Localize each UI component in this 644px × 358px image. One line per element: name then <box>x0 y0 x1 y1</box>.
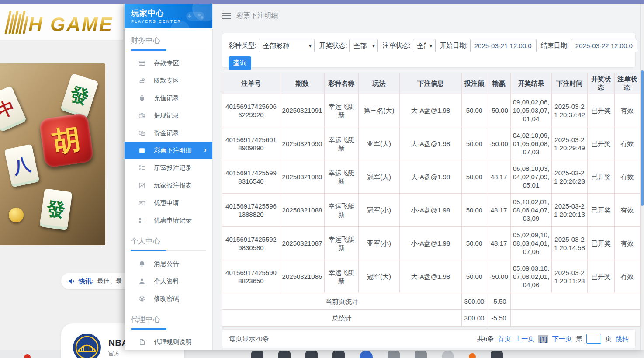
player-bet-report-icon <box>138 182 145 189</box>
sidebar-header: 玩家中心 PLAYERS CENTER <box>125 4 212 28</box>
sidebar-section-title: 代理中心 <box>131 314 212 324</box>
lottery-type-select[interactable]: 全部彩种 <box>259 39 315 52</box>
sidebar-item-promo-apply-record[interactable]: 优惠申请记录 <box>125 212 212 229</box>
cell-bet-info: 大-A盘@1.98 <box>400 160 462 194</box>
gamepad-icon <box>185 9 205 23</box>
sidebar-item-withdraw[interactable]: 取款专区 <box>125 72 212 89</box>
cell-issue: 20250321091 <box>280 94 325 127</box>
mahjong-tile: 八 <box>4 144 40 187</box>
footer-app-icon <box>415 351 427 358</box>
end-date-label: 结束日期: <box>541 42 569 50</box>
warriors-logo-icon <box>73 333 101 358</box>
page-size-text: 每页显示20条 <box>229 335 269 343</box>
sidebar-item-withdrawal-record[interactable]: 提现记录 <box>125 107 212 124</box>
cell-play-type: 冠军(大) <box>359 260 400 293</box>
ticker-label: 快讯: <box>79 277 94 285</box>
deposit-icon <box>138 59 145 67</box>
cell-play-type: 冠军(小) <box>359 194 400 227</box>
draw-status-select[interactable]: 全部 <box>349 39 378 52</box>
filter-panel: 彩种类型: 全部彩种 开奖状态: 全部 注单状态: 全部 开始日期: 结束日期: <box>222 33 636 68</box>
sidebar-item-messages[interactable]: 消息公告 <box>125 255 212 272</box>
vertical-scrollbar[interactable] <box>640 4 644 350</box>
cell-lottery-name: 幸运飞艇新 <box>325 194 359 227</box>
section-divider <box>131 250 206 251</box>
page-jump-input[interactable] <box>586 334 601 344</box>
cell-lottery-name: 幸运飞艇新 <box>325 227 359 260</box>
top-strip <box>0 0 644 4</box>
coin-decoration <box>9 208 24 222</box>
withdrawal-record-icon <box>138 112 145 119</box>
sidebar-section-title: 个人中心 <box>131 236 212 246</box>
cell-bet-id: 401569174255929830580 <box>222 227 280 260</box>
cell-win-loss: -50.00 <box>487 127 511 160</box>
next-page-link[interactable]: 下一页 <box>552 335 572 343</box>
sidebar-item-profile[interactable]: 个人资料 <box>125 272 212 290</box>
brand-logo[interactable]: H GAME <box>0 4 123 34</box>
jump-button[interactable]: 跳转 <box>616 335 629 343</box>
cell-bet-amount: 50.00 <box>462 194 487 227</box>
sidebar-item-recharge-record[interactable]: 充值记录 <box>125 89 212 107</box>
sidebar-item-agent-rules[interactable]: 代理规则说明 <box>125 333 212 350</box>
cell-draw-result: 05,10,02,01,08,06,04,07,03,09 <box>511 194 552 227</box>
summary-label: 当前页统计 <box>222 293 462 310</box>
cell-bet-time: 2025-03-21 20:26:23 <box>552 160 588 194</box>
sidebar-section: 代理中心代理规则说明代理团队统计 <box>125 314 212 350</box>
cell-play-type: 亚军(小) <box>359 227 400 260</box>
cell-bet-status: 有效 <box>615 227 640 260</box>
search-button[interactable]: 查询 <box>229 56 251 70</box>
prev-page-link[interactable]: 上一页 <box>515 335 534 343</box>
cell-issue: 20250321088 <box>280 194 325 227</box>
cell-lottery-name: 幸运飞艇新 <box>325 160 359 194</box>
bet-status-select[interactable]: 全部 <box>413 39 436 52</box>
table-row: 40156917425592983058020250321087幸运飞艇新亚军(… <box>222 227 640 260</box>
sidebar-item-lottery-bet-detail[interactable]: 彩票下注明细› <box>125 142 212 159</box>
cell-bet-status: 有效 <box>615 260 640 293</box>
col-header-win-loss: 输赢 <box>487 73 511 94</box>
sidebar-item-player-bet-report[interactable]: 玩家投注报表 <box>125 177 212 194</box>
speaker-icon <box>68 278 75 285</box>
promo-apply-icon <box>138 199 145 207</box>
current-page-indicator: [1] <box>538 335 548 343</box>
sidebar-item-hall-bet-record[interactable]: 厅室投注记录 <box>125 159 212 177</box>
cell-bet-time: 2025-03-21 20:29:49 <box>552 127 588 160</box>
sidebar-item-label: 个人资料 <box>154 277 179 285</box>
end-date-input[interactable] <box>571 39 637 52</box>
bets-table-wrap: 注单号期数彩种名称玩法下注信息投注额输赢开奖结果下注时间开奖状态注单状态4015… <box>222 73 636 327</box>
cell-draw-result: 05,02,09,10,08,03,04,01,07,06 <box>511 227 552 260</box>
sidebar-item-label: 彩票下注明细 <box>154 146 192 155</box>
cell-draw-status: 已开奖 <box>588 160 615 194</box>
scrollbar-thumb[interactable] <box>641 70 644 206</box>
cell-draw-result: 04,02,10,09,01,05,06,08,07,03 <box>511 127 552 160</box>
sidebar-section: 财务中心存款专区取款专区充值记录提现记录资金记录彩票下注明细›厅室投注记录玩家投… <box>125 35 212 229</box>
table-header-row: 注单号期数彩种名称玩法下注信息投注额输赢开奖结果下注时间开奖状态注单状态 <box>222 73 640 94</box>
profile-icon <box>138 278 145 285</box>
summary-bet-total: 300.00 <box>462 293 487 310</box>
sidebar-item-label: 优惠申请 <box>154 199 179 207</box>
sidebar-item-funds-record[interactable]: 资金记录 <box>125 124 212 142</box>
summary-winloss-total: -5.50 <box>487 310 511 327</box>
funds-record-icon <box>138 129 145 137</box>
sidebar-item-promo-apply[interactable]: 优惠申请 <box>125 194 212 212</box>
first-page-link[interactable]: 首页 <box>498 335 511 343</box>
ticker-text: 最佳、最 <box>97 277 122 285</box>
sidebar-item-change-password[interactable]: 修改密码 <box>125 290 212 307</box>
table-row: 40156917425601890989020250321090幸运飞艇新亚军(… <box>222 127 640 160</box>
start-date-input[interactable] <box>470 39 537 52</box>
footer-app-icon <box>332 351 345 358</box>
footer-app-icons <box>251 351 503 358</box>
hamburger-menu-icon[interactable] <box>222 13 231 19</box>
cell-draw-status: 已开奖 <box>588 194 615 227</box>
recharge-record-icon <box>138 94 145 102</box>
sidebar-item-label: 优惠申请记录 <box>154 216 192 225</box>
cell-win-loss: -50.00 <box>487 260 511 293</box>
mahjong-tile: 發 <box>60 73 99 118</box>
sidebar-item-deposit[interactable]: 存款专区 <box>125 54 212 72</box>
agent-rules-icon <box>138 338 145 346</box>
footer-app-icon <box>388 351 400 358</box>
col-header-bet-time: 下注时间 <box>552 73 588 94</box>
draw-status-select-wrap: 全部 <box>349 39 378 52</box>
cell-issue: 20250321087 <box>280 227 325 260</box>
summary-row: 总统计300.00-5.50 <box>222 310 640 327</box>
table-row: 40156917425596138882020250321088幸运飞艇新冠军(… <box>222 194 640 227</box>
footer-app-icon <box>305 351 318 358</box>
